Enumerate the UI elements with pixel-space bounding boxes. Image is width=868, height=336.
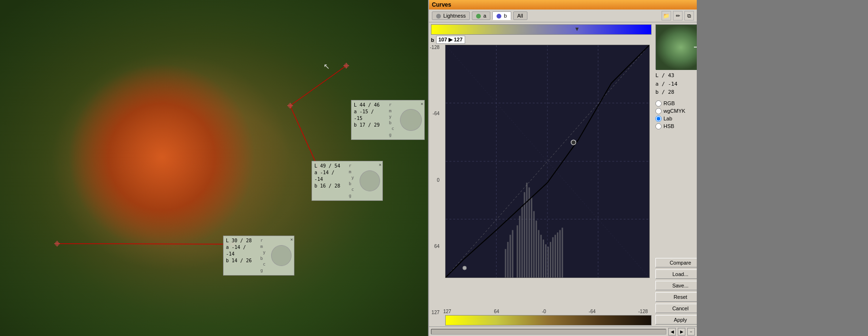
image-area: ↖ ✕ L 44 / 46 a -15 / -15 b 17 / 29 r m … bbox=[0, 0, 428, 336]
curve-graph-svg[interactable] bbox=[445, 45, 650, 278]
radio-lab[interactable]: Lab bbox=[655, 116, 697, 122]
svg-rect-41 bbox=[555, 235, 556, 277]
scroll-left-btn[interactable]: ◀ bbox=[668, 328, 676, 336]
svg-rect-43 bbox=[559, 230, 561, 277]
tab-lightness[interactable]: Lightness bbox=[432, 11, 470, 20]
svg-rect-36 bbox=[543, 239, 544, 277]
cursor-arrow: ↖ bbox=[323, 62, 330, 71]
right-side-panel: L / 43 a / -14 b / 28 RGB wgCMYK Lab bbox=[653, 22, 697, 326]
color-mode-group: RGB wgCMYK Lab HSB bbox=[655, 100, 697, 129]
svg-rect-52 bbox=[656, 25, 697, 70]
svg-rect-25 bbox=[517, 225, 518, 277]
horizontal-scrollbar[interactable] bbox=[431, 329, 666, 335]
svg-rect-42 bbox=[557, 232, 558, 277]
svg-rect-39 bbox=[550, 242, 551, 277]
reset-button[interactable]: Reset bbox=[655, 292, 697, 302]
curves-panel: ▼ b 107 ▶ 127 -128 -64 0 64 127 bbox=[429, 22, 653, 326]
measure-box-3: ✕ L 30 / 28 a -14 / -14 b 14 / 26 r m y … bbox=[223, 236, 294, 276]
svg-rect-37 bbox=[545, 244, 546, 277]
tab-a[interactable]: a bbox=[472, 11, 490, 20]
load-button[interactable]: Load... bbox=[655, 269, 697, 279]
graph-wrapper: -128 -64 0 64 127 bbox=[443, 45, 652, 315]
tab-b[interactable]: b bbox=[492, 11, 511, 20]
curve-channel-label: b bbox=[431, 37, 434, 43]
copy-icon[interactable]: ⧉ bbox=[684, 11, 694, 20]
a-dot bbox=[476, 14, 481, 19]
curve-graph-container[interactable] bbox=[445, 45, 650, 308]
main-image: ↖ ✕ L 44 / 46 a -15 / -15 b 17 / 29 r m … bbox=[0, 0, 428, 336]
svg-rect-35 bbox=[540, 235, 542, 277]
cancel-button[interactable]: Cancel bbox=[655, 304, 697, 313]
close-btn-1[interactable]: ✕ bbox=[421, 101, 423, 107]
zoom-out-btn[interactable]: − bbox=[687, 328, 695, 336]
x-axis-labels: 127 64 -0 -64 -128 bbox=[443, 308, 648, 315]
radio-hsb[interactable]: HSB bbox=[655, 123, 697, 129]
color-values: L / 43 a / -14 b / 28 bbox=[655, 71, 697, 97]
color-bar-bottom bbox=[445, 315, 652, 326]
save-button[interactable]: Save... bbox=[655, 281, 697, 290]
svg-rect-47 bbox=[507, 242, 508, 277]
svg-rect-32 bbox=[533, 211, 535, 277]
lightness-dot bbox=[436, 14, 441, 19]
color-preview bbox=[655, 24, 697, 69]
svg-point-50 bbox=[571, 140, 576, 145]
pencil-icon[interactable]: ✏ bbox=[673, 11, 683, 20]
svg-rect-26 bbox=[519, 216, 520, 277]
svg-rect-31 bbox=[531, 197, 532, 277]
panel-title: Curves bbox=[432, 1, 451, 8]
svg-rect-38 bbox=[547, 247, 549, 277]
scrollbar-area: ◀ ▶ − bbox=[429, 326, 697, 336]
main-content: ▼ b 107 ▶ 127 -128 -64 0 64 127 bbox=[429, 22, 697, 326]
svg-rect-30 bbox=[528, 188, 530, 277]
apply-button[interactable]: Apply bbox=[655, 315, 697, 325]
svg-rect-40 bbox=[552, 237, 554, 277]
svg-point-51 bbox=[463, 266, 467, 270]
curve-label-area: b 107 ▶ 127 bbox=[429, 35, 653, 45]
toolbar: Lightness a b All 📁 ✏ ⧉ bbox=[429, 10, 697, 22]
folder-icon[interactable]: 📁 bbox=[662, 11, 671, 20]
svg-rect-44 bbox=[562, 227, 563, 277]
svg-rect-27 bbox=[521, 207, 523, 277]
svg-rect-34 bbox=[538, 230, 539, 277]
tab-all[interactable]: All bbox=[513, 11, 527, 20]
compare-button[interactable]: Compare bbox=[655, 258, 697, 267]
svg-rect-45 bbox=[512, 230, 513, 277]
input-output-display: 107 ▶ 127 bbox=[436, 36, 465, 44]
close-btn-3[interactable]: ✕ bbox=[291, 237, 293, 243]
scroll-right-btn[interactable]: ▶ bbox=[678, 328, 685, 336]
measure-box-2: ✕ L 49 / 54 a -14 / -14 b 16 / 28 r m y … bbox=[312, 161, 383, 201]
right-panel: Curves Lightness a b All 📁 ✏ ⧉ bbox=[428, 0, 697, 336]
svg-rect-46 bbox=[509, 235, 511, 277]
svg-rect-33 bbox=[536, 220, 537, 277]
b-dot bbox=[497, 14, 501, 19]
measure-box-1: ✕ L 44 / 46 a -15 / -15 b 17 / 29 r m y … bbox=[351, 100, 425, 140]
title-bar: Curves bbox=[429, 0, 697, 10]
close-btn-2[interactable]: ✕ bbox=[379, 162, 381, 168]
svg-rect-29 bbox=[526, 183, 527, 277]
y-axis-labels: -128 -64 0 64 127 bbox=[430, 45, 439, 315]
radio-rgb[interactable]: RGB bbox=[655, 100, 697, 107]
radio-wgcmyk[interactable]: wgCMYK bbox=[655, 108, 697, 114]
color-bar-top: ▼ bbox=[431, 24, 652, 35]
svg-rect-48 bbox=[505, 249, 506, 277]
